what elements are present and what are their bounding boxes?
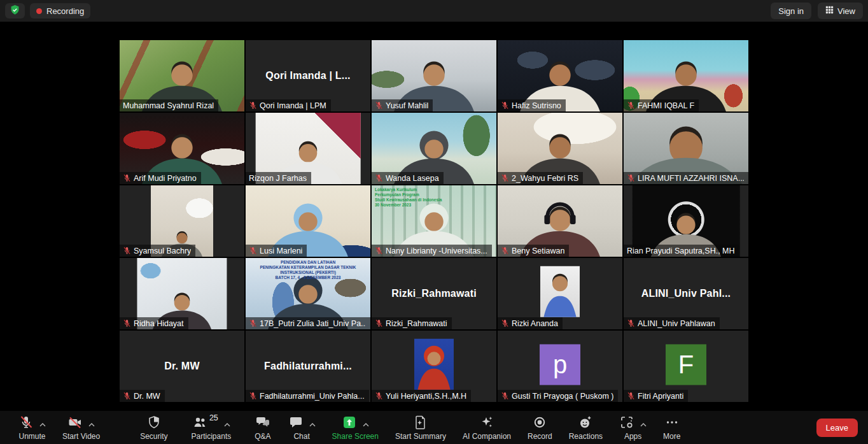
participant-name-tag: Ridha Hidayat bbox=[120, 317, 188, 329]
participant-name-tag: Gusti Tri Prayoga ( Puskom ) bbox=[498, 390, 618, 402]
participant-name-label: 17B_Putri Zulia Jati_Univ Pa... bbox=[260, 319, 366, 328]
meeting-toolbar: UnmuteStart VideoSecurity25ParticipantsQ… bbox=[0, 411, 868, 444]
toolbar-ai-companion-button[interactable]: AI Companion bbox=[463, 415, 511, 441]
ai-companion-icon bbox=[479, 415, 494, 432]
record-icon bbox=[532, 415, 547, 432]
participant-tile[interactable]: LIRA MUFTI AZZAHRI ISNA... bbox=[624, 113, 748, 184]
toolbar-unmute-label: Unmute bbox=[18, 432, 45, 441]
participant-tile[interactable]: Hafiz Sutrisno bbox=[498, 40, 622, 111]
participant-tile[interactable]: Yusuf Mahlil bbox=[372, 40, 496, 111]
participant-tile[interactable]: FFitri Apriyanti bbox=[624, 331, 748, 402]
mic-muted-icon bbox=[375, 174, 383, 182]
chevron-up-icon[interactable] bbox=[363, 420, 369, 429]
mic-muted-icon bbox=[249, 392, 257, 400]
participants-count-badge: 25 bbox=[209, 413, 218, 422]
letter-avatar: p bbox=[540, 344, 580, 385]
participant-name-tag: Syamsul Bachry bbox=[120, 245, 195, 257]
toolbar-reactions-button[interactable]: Reactions bbox=[569, 415, 603, 441]
letter-avatar: F bbox=[666, 344, 706, 385]
toolbar-record-button[interactable]: Record bbox=[528, 415, 552, 441]
toolbar-qa-label: Q&A bbox=[255, 432, 270, 441]
top-bar: Recording Sign in View bbox=[0, 0, 868, 22]
leave-button[interactable]: Leave bbox=[816, 419, 858, 437]
toolbar-chat-button[interactable]: Chat bbox=[288, 415, 316, 441]
participant-name-label: Arif Mudi Priyatno bbox=[134, 174, 197, 183]
toolbar-start-summary-button[interactable]: Start Summary bbox=[395, 415, 446, 441]
participant-tile[interactable]: Beny Setiawan bbox=[498, 185, 622, 257]
recording-dot-icon bbox=[36, 8, 42, 14]
participant-name-tag: Beny Setiawan bbox=[498, 245, 569, 257]
participant-name-tag: 2_Wahyu Febri RS bbox=[498, 172, 583, 184]
participant-name-tag: Fitri Apriyanti bbox=[624, 390, 688, 402]
participant-name-label: Rizki_Rahmawati bbox=[386, 319, 447, 328]
participant-name-label: ALINI_Univ Pahlawan bbox=[638, 319, 715, 328]
participant-name-tag: Qori Imanda | LPM bbox=[246, 99, 331, 111]
sign-in-button[interactable]: Sign in bbox=[771, 3, 811, 19]
participant-name-tag: Dr. MW bbox=[120, 390, 165, 402]
participant-tile[interactable]: Rizqon J Farhas bbox=[246, 113, 370, 184]
participant-tile[interactable]: Ridha Hidayat bbox=[120, 258, 244, 329]
participant-tile[interactable]: pGusti Tri Prayoga ( Puskom ) bbox=[498, 331, 622, 402]
participant-name-label: LIRA MUFTI AZZAHRI ISNA... bbox=[638, 174, 744, 183]
toolbar-qa-button[interactable]: Q&A bbox=[255, 415, 270, 441]
participant-tile[interactable]: Rizki Ananda bbox=[498, 258, 622, 329]
participant-name-tag: Nany Librianty -Universitas... bbox=[372, 245, 492, 257]
participant-tile[interactable]: Rizki_RahmawatiRizki_Rahmawati bbox=[372, 258, 496, 329]
participant-tile[interactable]: Syamsul Bachry bbox=[120, 185, 244, 257]
participant-tile[interactable]: Fadhilaturrahmi...Fadhilaturrahmi_Univ P… bbox=[246, 331, 370, 402]
photo-avatar bbox=[540, 266, 580, 317]
toolbar-start-video-button[interactable]: Start Video bbox=[62, 415, 100, 441]
toolbar-unmute-button[interactable]: Unmute bbox=[18, 415, 46, 441]
toolbar-more-button[interactable]: More bbox=[663, 415, 680, 441]
participant-tile[interactable]: Yuli Heriyanti,S.H.,M.H bbox=[372, 331, 496, 402]
participant-tile[interactable]: Wanda Lasepa bbox=[372, 113, 496, 184]
mic-muted-icon bbox=[501, 101, 509, 110]
participant-tile[interactable]: Rian Prayudi Saputra,SH., MH bbox=[624, 185, 748, 257]
toolbar-security-label: Security bbox=[140, 432, 167, 441]
mic-muted-icon bbox=[375, 247, 383, 255]
toolbar-share-screen-button[interactable]: Share Screen bbox=[332, 415, 379, 441]
mic-muted-icon bbox=[501, 319, 509, 327]
participant-tile[interactable]: PENDIDIKAN DAN LATIHANPENINGKATAN KETERA… bbox=[246, 258, 370, 329]
chevron-up-icon[interactable] bbox=[640, 420, 647, 429]
recording-indicator: Recording bbox=[30, 3, 90, 18]
meeting-info-shield[interactable] bbox=[5, 3, 25, 18]
participant-tile[interactable]: FAHMI IQBAL F bbox=[624, 40, 748, 111]
participant-tile[interactable]: ALINI_Univ Pahl...ALINI_Univ Pahlawan bbox=[624, 258, 748, 329]
toolbar-security-button[interactable]: Security bbox=[140, 415, 167, 441]
participant-tile[interactable]: Qori Imanda | L...Qori Imanda | LPM bbox=[246, 40, 370, 111]
participant-name-tag: Lusi Marleni bbox=[246, 245, 307, 257]
toolbar-participants-button[interactable]: 25Participants bbox=[192, 415, 232, 441]
mic-muted-icon bbox=[375, 392, 383, 400]
participant-name-label: Rizqon J Farhas bbox=[249, 174, 307, 183]
participant-tile[interactable]: Lusi Marleni bbox=[246, 185, 370, 257]
participant-name-tag: Muhammad Syahrul Rizal bbox=[120, 99, 218, 111]
apps-icon bbox=[619, 415, 634, 432]
meeting-gallery: Muhammad Syahrul RizalQori Imanda | L...… bbox=[0, 22, 868, 411]
toolbar-apps-label: Apps bbox=[624, 432, 641, 441]
mic-muted-icon bbox=[249, 319, 257, 327]
participant-tile[interactable]: Arif Mudi Priyatno bbox=[120, 113, 244, 184]
chevron-up-icon[interactable] bbox=[309, 420, 316, 429]
participant-name-label: Wanda Lasepa bbox=[386, 174, 439, 183]
view-label: View bbox=[837, 6, 855, 16]
participant-name-label: Yuli Heriyanti,S.H.,M.H bbox=[386, 392, 466, 401]
participant-tile[interactable]: Muhammad Syahrul Rizal bbox=[120, 40, 244, 111]
mic-muted-icon bbox=[627, 174, 635, 182]
chevron-up-icon[interactable] bbox=[88, 420, 95, 429]
participant-tile[interactable]: 2_Wahyu Febri RS bbox=[498, 113, 622, 184]
view-button[interactable]: View bbox=[818, 3, 863, 19]
participant-name-label: Ridha Hidayat bbox=[134, 319, 184, 328]
video-overlay-text: Lokakarya KurikulumPerkumpulan ProgramSt… bbox=[375, 187, 493, 208]
toolbar-apps-button[interactable]: Apps bbox=[619, 415, 647, 441]
chevron-up-icon[interactable] bbox=[39, 420, 46, 429]
participant-name-tag: Rizqon J Farhas bbox=[246, 172, 311, 184]
mic-muted-icon bbox=[627, 101, 635, 110]
participant-tile[interactable]: Dr. MWDr. MW bbox=[120, 331, 244, 402]
participant-name-label: Beny Setiawan bbox=[512, 247, 564, 255]
participant-tile[interactable]: Lokakarya KurikulumPerkumpulan ProgramSt… bbox=[372, 185, 496, 257]
mic-muted-icon bbox=[501, 392, 509, 400]
chevron-up-icon[interactable] bbox=[224, 420, 230, 429]
participant-name-tag: Arif Mudi Priyatno bbox=[120, 172, 201, 184]
participant-name-tag: Rizki Ananda bbox=[498, 317, 563, 329]
